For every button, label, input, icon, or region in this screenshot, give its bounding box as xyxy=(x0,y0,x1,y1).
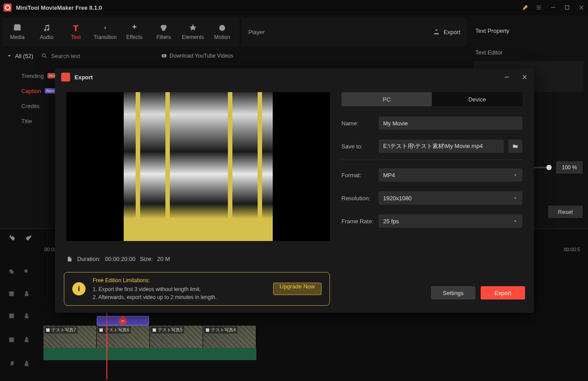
info-icon: i xyxy=(72,282,86,295)
name-input[interactable] xyxy=(379,117,522,130)
format-dropdown[interactable]: MP4 xyxy=(379,168,522,182)
settings-button[interactable]: Settings xyxy=(431,286,475,299)
fps-dropdown[interactable]: 25 fps xyxy=(379,214,522,228)
format-label: Format: xyxy=(341,172,374,179)
modal-close-icon[interactable] xyxy=(521,74,528,80)
tab-device[interactable]: Device xyxy=(432,92,522,106)
browse-folder-button[interactable] xyxy=(508,140,522,153)
resolution-label: Resolution: xyxy=(341,195,374,202)
resolution-dropdown[interactable]: 1920x1080 xyxy=(379,191,522,205)
upgrade-button[interactable]: Upgrade Now xyxy=(273,283,322,295)
modal-minimize-icon[interactable] xyxy=(504,74,510,80)
export-preview xyxy=(67,92,330,241)
export-modal-icon xyxy=(61,73,70,82)
export-modal: Export PC Device Name: Save to: xyxy=(55,68,534,313)
name-label: Name: xyxy=(341,120,374,127)
fps-label: Frame Rate: xyxy=(341,218,374,225)
save-input[interactable] xyxy=(379,140,504,153)
tab-pc[interactable]: PC xyxy=(341,92,432,106)
export-modal-title: Export xyxy=(74,74,93,81)
export-info: Duration: 00:00:20:00 Size: 20 M xyxy=(55,253,534,265)
free-limitations-banner: i Free Edition Limitations: 1. Export th… xyxy=(64,272,330,306)
save-label: Save to: xyxy=(341,143,374,150)
export-confirm-button[interactable]: Export xyxy=(481,286,525,299)
